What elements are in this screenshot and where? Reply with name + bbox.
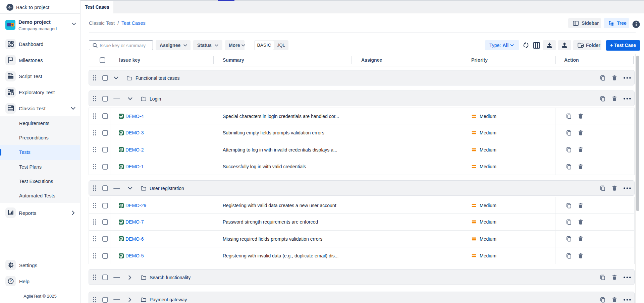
svg-text:?: ?: [9, 279, 11, 283]
